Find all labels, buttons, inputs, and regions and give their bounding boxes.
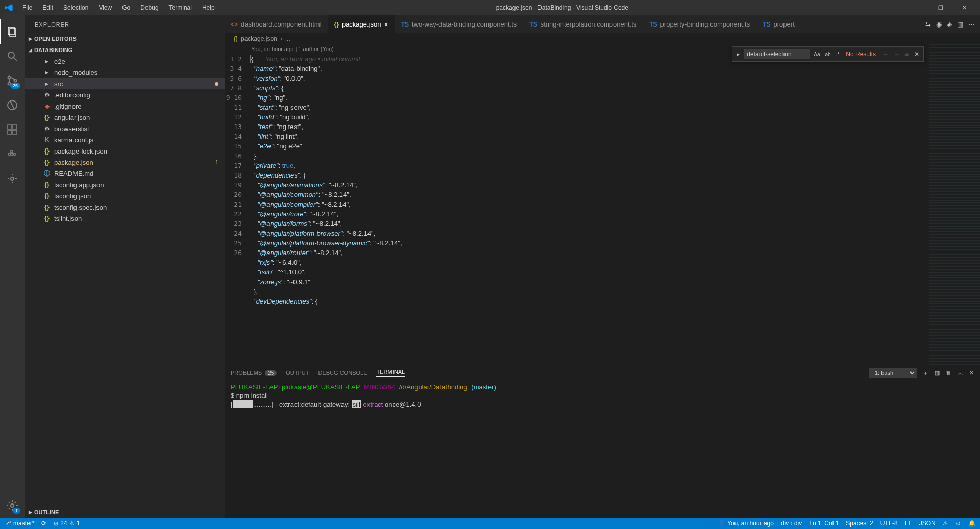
debug-view-icon[interactable] [0,93,24,117]
tab-two-way-data-binding.component.ts[interactable]: TStwo-way-data-binding.component.ts [395,15,524,33]
folder-icon: ▸ [43,69,51,76]
menu-debug[interactable]: Debug [136,2,162,13]
file-.gitignore[interactable]: ◆.gitignore [24,100,225,112]
minimize-button[interactable]: ─ [905,0,929,15]
more-actions-icon[interactable]: ⋯ [968,20,975,28]
match-case-icon[interactable]: Aa [812,51,821,58]
scm-view-icon[interactable]: 25 [0,68,24,93]
menu-view[interactable]: View [94,2,116,13]
breadcrumb[interactable]: {} package.json › ... [225,33,980,44]
find-prev-icon[interactable]: ← [881,51,890,58]
terminal-content[interactable]: PLUKASIE-LAP+plukasie@PLUKASIE-LAP MINGW… [225,381,980,518]
selector-status[interactable]: div › div [781,520,802,527]
find-toggle-replace-icon[interactable]: ▸ [734,51,742,58]
run-icon[interactable]: ◈ [947,20,952,28]
tree-item-label: tslint.json [54,215,225,222]
new-terminal-icon[interactable]: ＋ [923,369,928,377]
file-tsconfig.spec.json[interactable]: {}tsconfig.spec.json [24,201,225,213]
file-angular.json[interactable]: {}angular.json [24,112,225,123]
file-.editorconfig[interactable]: ⚙.editorconfig [24,89,225,100]
tab-label: package.json [342,20,381,28]
settings-gear-icon[interactable]: 1 [0,493,24,518]
search-view-icon[interactable] [0,44,24,68]
menu-edit[interactable]: Edit [38,2,57,13]
extensions-view-icon[interactable] [0,117,24,142]
open-preview-icon[interactable]: ◉ [936,20,942,28]
tab-string-interpolation.component.ts[interactable]: TSstring-interpolation.component.ts [523,15,643,33]
match-word-icon[interactable]: ab [824,51,832,58]
project-section[interactable]: ◢DATABINDING [24,44,225,56]
folder-node_modules[interactable]: ▸node_modules [24,67,225,78]
tab-label: dashboard.component.html [241,20,322,28]
folder-icon: ▸ [43,58,51,65]
find-close-icon[interactable]: ✕ [912,51,921,58]
file-tslint.json[interactable]: {}tslint.json [24,213,225,224]
panel-tab-problems[interactable]: PROBLEMS25 [231,370,277,376]
problems-badge: 25 [265,370,277,376]
file-browserslist[interactable]: ⚙browserslist [24,123,225,134]
panel-tab-debug[interactable]: DEBUG CONSOLE [318,370,368,376]
regex-icon[interactable]: .* [835,51,841,58]
chevron-right-icon: ▶ [29,510,32,515]
find-input[interactable] [744,49,810,59]
file-README.md[interactable]: ⓘREADME.md [24,168,225,179]
panel-tab-output[interactable]: OUTPUT [286,370,309,376]
menu-terminal[interactable]: Terminal [165,2,196,13]
ts-icon: TS [529,21,537,28]
terminal-shell-select[interactable]: 1: bash [869,368,917,378]
find-selection-icon[interactable]: ≡ [903,51,910,58]
statusbar: ⎇master* ⟳ 24 1 👤You, an hour ago div › … [0,518,980,529]
file-package.json[interactable]: {}package.json1 [24,157,225,168]
maximize-panel-icon[interactable]: ︿ [958,369,963,377]
json-icon: {} [43,159,51,166]
cursor-position-status[interactable]: Ln 1, Col 1 [809,520,839,527]
sync-status[interactable]: ⟳ [41,520,46,527]
split-editor-icon[interactable]: ▥ [957,20,963,28]
panel-tab-terminal[interactable]: TERMINAL [376,369,405,377]
svg-rect-10 [13,125,17,129]
folder-src[interactable]: ▸src [24,78,225,89]
language-status[interactable]: JSON [919,520,936,527]
docker-view-icon[interactable] [0,142,24,166]
open-editors-section[interactable]: ▶OPEN EDITORS [24,33,225,44]
find-next-icon[interactable]: → [892,51,901,58]
file-tsconfig.app.json[interactable]: {}tsconfig.app.json [24,179,225,190]
maximize-button[interactable]: ❐ [929,0,952,15]
menu-file[interactable]: File [18,2,36,13]
minimap[interactable] [929,44,980,365]
close-tab-icon[interactable]: × [384,20,388,29]
file-tsconfig.json[interactable]: {}tsconfig.json [24,190,225,201]
code-content[interactable]: You, an hour ago | 1 author (You){ You, … [250,44,929,365]
compare-changes-icon[interactable]: ⇆ [925,20,931,28]
tab-propert[interactable]: TSpropert [756,15,801,33]
kill-terminal-icon[interactable]: 🗑 [946,370,951,376]
person-icon: 👤 [718,520,725,527]
tab-package.json[interactable]: {}package.json× [328,15,395,33]
eol-status[interactable]: LF [905,520,912,527]
tab-dashboard.component.html[interactable]: <>dashboard.component.html [225,15,328,33]
encoding-status[interactable]: UTF-8 [880,520,898,527]
folder-e2e[interactable]: ▸e2e [24,56,225,67]
git-blame-status[interactable]: 👤You, an hour ago [718,520,774,527]
explorer-view-icon[interactable] [0,19,24,44]
prettier-status[interactable] [943,520,948,527]
editor-body[interactable]: ▸ Aa ab .* No Results ← → ≡ ✕ 1 2 3 4 5 … [225,44,980,365]
feedback-icon[interactable]: ☺ [955,520,961,527]
close-panel-icon[interactable]: ✕ [969,370,974,376]
tab-property-binding.component.ts[interactable]: TSproperty-binding.component.ts [643,15,756,33]
warning-icon [943,520,948,527]
file-package-lock.json[interactable]: {}package-lock.json [24,145,225,157]
file-karma.conf.js[interactable]: Kkarma.conf.js [24,134,225,145]
liveshare-view-icon[interactable] [0,166,24,191]
indentation-status[interactable]: Spaces: 2 [846,520,873,527]
menu-selection[interactable]: Selection [59,2,92,13]
problems-status[interactable]: 24 1 [54,520,80,527]
git-branch-status[interactable]: ⎇master* [4,520,34,527]
menu-go[interactable]: Go [118,2,134,13]
split-terminal-icon[interactable]: ▥ [935,370,940,376]
svg-point-18 [11,504,14,507]
menu-help[interactable]: Help [198,2,219,13]
outline-section[interactable]: ▶OUTLINE [24,507,225,518]
close-window-button[interactable]: ✕ [952,0,976,15]
notifications-icon[interactable]: 🔔 [968,520,976,527]
